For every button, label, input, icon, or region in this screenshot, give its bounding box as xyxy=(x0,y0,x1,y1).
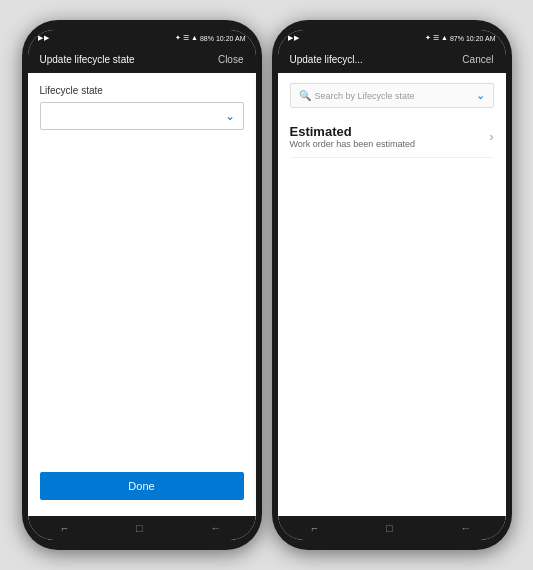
app-header-1: Update lifecycle state Close xyxy=(28,46,256,73)
signal-icon-1: ✦ ☰ ▲ xyxy=(175,34,198,42)
field-label-1: Lifecycle state xyxy=(40,85,244,96)
phone-2: ▶ ▶ ✦ ☰ ▲ 87% 10:20 AM Update lifecycl..… xyxy=(272,20,512,550)
phone-2-screen: ▶ ▶ ✦ ☰ ▲ 87% 10:20 AM Update lifecycl..… xyxy=(278,30,506,540)
done-button[interactable]: Done xyxy=(40,472,244,500)
nav-back-icon-2[interactable]: ← xyxy=(461,522,472,534)
app-header-2: Update lifecycl... Cancel xyxy=(278,46,506,73)
nav-back-icon-1[interactable]: ← xyxy=(211,522,222,534)
chevron-down-icon-1: ⌄ xyxy=(225,109,235,123)
close-button-1[interactable]: Close xyxy=(218,54,244,65)
status-bar-1: ▶ ▶ ✦ ☰ ▲ 88% 10:20 AM xyxy=(28,30,256,46)
header-title-2: Update lifecycl... xyxy=(290,54,363,65)
chevron-right-icon: › xyxy=(490,130,494,144)
screen-content-2: 🔍 Search by Lifecycle state ⌄ Estimated … xyxy=(278,73,506,516)
phones-container: ▶ ▶ ✦ ☰ ▲ 88% 10:20 AM Update lifecycle … xyxy=(22,20,512,550)
search-icon: 🔍 xyxy=(299,90,311,101)
bottom-nav-1: ⌐ □ ← xyxy=(28,516,256,540)
lifecycle-state-title: Estimated xyxy=(290,124,415,139)
phone-1-screen: ▶ ▶ ✦ ☰ ▲ 88% 10:20 AM Update lifecycle … xyxy=(28,30,256,540)
header-title-1: Update lifecycle state xyxy=(40,54,135,65)
cancel-button[interactable]: Cancel xyxy=(462,54,493,65)
nav-home-icon-1[interactable]: □ xyxy=(136,522,143,534)
nav-recent-icon-2[interactable]: ⌐ xyxy=(311,522,317,534)
search-placeholder: Search by Lifecycle state xyxy=(315,91,472,101)
list-item-content: Estimated Work order has been estimated xyxy=(290,124,415,149)
search-bar[interactable]: 🔍 Search by Lifecycle state ⌄ xyxy=(290,83,494,108)
chevron-down-icon-2: ⌄ xyxy=(476,89,485,102)
content-spacer-1 xyxy=(40,130,244,472)
battery-1: 88% xyxy=(200,35,214,42)
phone-1: ▶ ▶ ✦ ☰ ▲ 88% 10:20 AM Update lifecycle … xyxy=(22,20,262,550)
time-2: 10:20 AM xyxy=(466,35,496,42)
status-right-1: ✦ ☰ ▲ 88% 10:20 AM xyxy=(175,34,245,42)
nav-home-icon-2[interactable]: □ xyxy=(386,522,393,534)
lifecycle-state-subtitle: Work order has been estimated xyxy=(290,139,415,149)
status-left-2: ▶ ▶ xyxy=(288,34,300,42)
lifecycle-dropdown[interactable]: ⌄ xyxy=(40,102,244,130)
battery-2: 87% xyxy=(450,35,464,42)
signal-icon-2: ✦ ☰ ▲ xyxy=(425,34,448,42)
status-icons-2: ▶ ▶ xyxy=(288,34,300,42)
status-bar-2: ▶ ▶ ✦ ☰ ▲ 87% 10:20 AM xyxy=(278,30,506,46)
status-icons-1: ▶ ▶ xyxy=(38,34,50,42)
status-left-1: ▶ ▶ xyxy=(38,34,50,42)
time-1: 10:20 AM xyxy=(216,35,246,42)
nav-recent-icon-1[interactable]: ⌐ xyxy=(61,522,67,534)
status-right-2: ✦ ☰ ▲ 87% 10:20 AM xyxy=(425,34,495,42)
screen-content-1: Lifecycle state ⌄ Done xyxy=(28,73,256,516)
bottom-nav-2: ⌐ □ ← xyxy=(278,516,506,540)
list-item-estimated[interactable]: Estimated Work order has been estimated … xyxy=(290,116,494,158)
